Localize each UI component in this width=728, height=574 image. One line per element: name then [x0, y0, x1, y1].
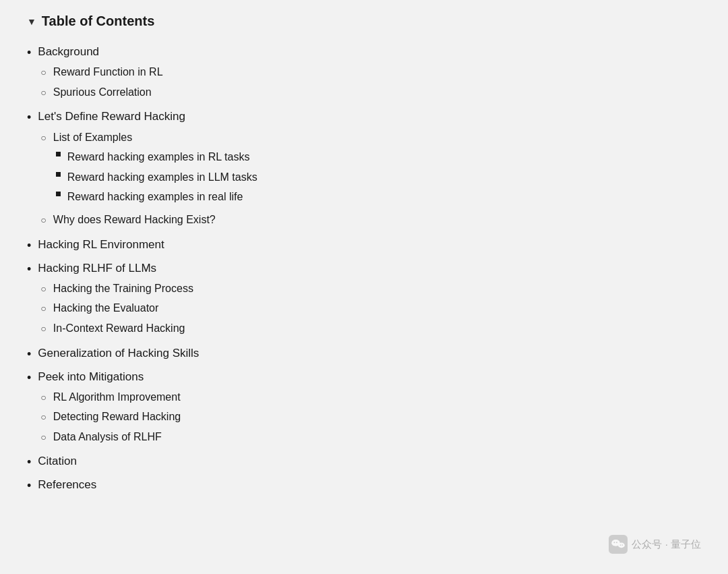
svg-point-5 [620, 544, 621, 546]
toc-link-generalization[interactable]: Generalization of Hacking Skills [38, 344, 199, 362]
bullet-icon: • [27, 44, 31, 62]
wechat-icon [609, 535, 628, 554]
toc-link-reward-function[interactable]: Reward Function in RL [53, 63, 163, 81]
toc-link-llm-tasks[interactable]: Reward hacking examples in LLM tasks [67, 169, 257, 186]
watermark: 公众号 · 量子位 [609, 535, 701, 554]
toc-link-in-context[interactable]: In-Context Reward Hacking [53, 320, 185, 337]
list-item: • References [27, 476, 634, 495]
item-content: References [38, 476, 96, 494]
item-content: RL Algorithm Improvement [53, 389, 181, 406]
toc-link-mitigations[interactable]: Peek into Mitigations [38, 368, 181, 386]
list-item: ○ Spurious Correlation [40, 84, 162, 101]
list-item: ○ List of Examples Reward hacking exampl… [40, 129, 257, 208]
list-item: ○ Hacking the Training Process [40, 280, 193, 297]
toc-link-references[interactable]: References [38, 476, 96, 494]
toc-level2-list: ○ List of Examples Reward hacking exampl… [40, 129, 257, 231]
toc-link-define-reward-hacking[interactable]: Let's Define Reward Hacking [38, 107, 257, 125]
toc-level2-list: ○ RL Algorithm Improvement ○ Detecting R… [40, 389, 181, 449]
circle-icon: ○ [40, 409, 46, 424]
list-item: ○ Data Analysis of RLHF [40, 428, 181, 446]
collapse-triangle[interactable]: ▼ [27, 16, 36, 27]
item-content: Detecting Reward Hacking [53, 408, 181, 426]
list-item: ○ Why does Reward Hacking Exist? [40, 211, 257, 229]
circle-icon: ○ [40, 130, 46, 145]
toc-link-rl-algo[interactable]: RL Algorithm Improvement [53, 389, 181, 406]
list-item: • Background ○ Reward Function in RL ○ S… [27, 42, 634, 103]
list-item: • Generalization of Hacking Skills [27, 344, 634, 364]
item-content: Hacking the Training Process [53, 280, 193, 297]
item-content: Reward Function in RL [53, 63, 163, 81]
list-item: • Hacking RLHF of LLMs ○ Hacking the Tra… [27, 259, 634, 340]
list-item: ○ RL Algorithm Improvement [40, 389, 181, 406]
list-item: • Hacking RL Environment [27, 235, 634, 255]
circle-icon: ○ [40, 390, 46, 405]
bullet-icon: • [27, 260, 31, 279]
svg-point-4 [618, 543, 625, 548]
item-content: Why does Reward Hacking Exist? [53, 211, 216, 229]
item-content: Let's Define Reward Hacking ○ List of Ex… [38, 107, 257, 231]
item-content: Hacking the Evaluator [53, 299, 159, 317]
toc-link-citation[interactable]: Citation [38, 452, 77, 470]
square-icon [56, 192, 61, 196]
svg-point-2 [614, 542, 615, 543]
bullet-icon: • [27, 237, 31, 255]
toc-link-detecting[interactable]: Detecting Reward Hacking [53, 408, 181, 426]
toc-title: Table of Contents [42, 13, 154, 29]
item-content: In-Context Reward Hacking [53, 320, 185, 337]
list-item: • Citation [27, 452, 634, 471]
toc-link-list-of-examples[interactable]: List of Examples [53, 129, 257, 146]
circle-icon: ○ [40, 85, 46, 100]
toc-level3-list: Reward hacking examples in RL tasks Rewa… [56, 148, 257, 208]
circle-icon: ○ [40, 281, 46, 296]
toc-link-hacking-rl-env[interactable]: Hacking RL Environment [38, 235, 164, 254]
toc-container: ▼ Table of Contents • Background ○ Rewar… [27, 13, 634, 495]
item-content: Data Analysis of RLHF [53, 428, 162, 446]
circle-icon: ○ [40, 301, 46, 316]
bullet-icon: • [27, 345, 31, 364]
toc-level2-list: ○ Hacking the Training Process ○ Hacking… [40, 280, 193, 340]
list-item: ○ Hacking the Evaluator [40, 299, 193, 317]
item-content: Background ○ Reward Function in RL ○ Spu… [38, 42, 162, 103]
item-content: Spurious Correlation [53, 84, 152, 101]
list-item: ○ Detecting Reward Hacking [40, 408, 181, 426]
list-item: • Peek into Mitigations ○ RL Algorithm I… [27, 368, 634, 449]
toc-header: ▼ Table of Contents [27, 13, 634, 29]
toc-link-training-process[interactable]: Hacking the Training Process [53, 280, 193, 297]
bullet-icon: • [27, 369, 31, 387]
item-content: Hacking RLHF of LLMs ○ Hacking the Train… [38, 259, 193, 340]
list-item: Reward hacking examples in real life [56, 188, 257, 206]
toc-link-hacking-evaluator[interactable]: Hacking the Evaluator [53, 299, 159, 317]
svg-point-3 [616, 542, 617, 543]
toc-link-why-exists[interactable]: Why does Reward Hacking Exist? [53, 211, 216, 229]
bullet-icon: • [27, 453, 31, 471]
circle-icon: ○ [40, 430, 46, 444]
toc-link-background[interactable]: Background [38, 42, 162, 61]
svg-point-6 [622, 544, 624, 546]
watermark-text: 公众号 · 量子位 [632, 538, 701, 551]
item-content: Citation [38, 452, 77, 470]
toc-link-spurious-correlation[interactable]: Spurious Correlation [53, 84, 152, 101]
circle-icon: ○ [40, 212, 46, 227]
toc-level1-list: • Background ○ Reward Function in RL ○ S… [27, 42, 634, 495]
list-item: Reward hacking examples in RL tasks [56, 148, 257, 166]
square-icon [56, 152, 61, 156]
bullet-icon: • [27, 477, 31, 495]
list-item: ○ Reward Function in RL [40, 63, 162, 81]
bullet-icon: • [27, 109, 31, 127]
item-content: List of Examples Reward hacking examples… [53, 129, 257, 208]
list-item: Reward hacking examples in LLM tasks [56, 169, 257, 186]
toc-link-data-analysis[interactable]: Data Analysis of RLHF [53, 428, 162, 446]
list-item: • Let's Define Reward Hacking ○ List of … [27, 107, 634, 231]
square-icon [56, 172, 61, 177]
toc-level2-list: ○ Reward Function in RL ○ Spurious Corre… [40, 63, 162, 103]
toc-link-real-life[interactable]: Reward hacking examples in real life [67, 188, 243, 206]
circle-icon: ○ [40, 321, 46, 336]
circle-icon: ○ [40, 65, 46, 80]
toc-link-rl-tasks[interactable]: Reward hacking examples in RL tasks [67, 148, 250, 166]
item-content: Peek into Mitigations ○ RL Algorithm Imp… [38, 368, 181, 449]
item-content: Hacking RL Environment [38, 235, 164, 254]
list-item: ○ In-Context Reward Hacking [40, 320, 193, 337]
toc-link-hacking-rlhf[interactable]: Hacking RLHF of LLMs [38, 259, 193, 277]
item-content: Generalization of Hacking Skills [38, 344, 199, 362]
